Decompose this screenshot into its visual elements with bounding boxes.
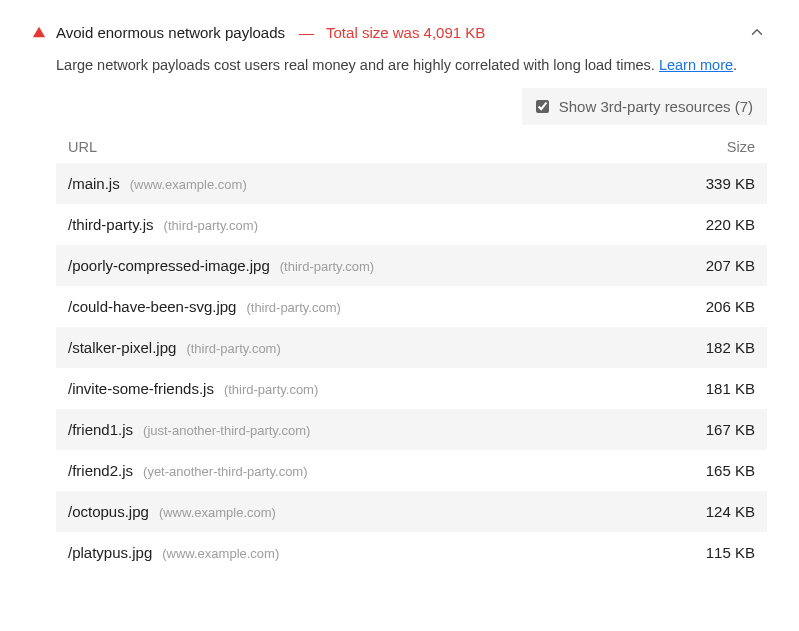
table-row: /platypus.jpg(www.example.com)115 KB	[56, 532, 767, 573]
row-url-cell: /platypus.jpg(www.example.com)	[68, 544, 279, 561]
row-url-cell: /friend1.js(just-another-third-party.com…	[68, 421, 310, 438]
size-cell: 181 KB	[706, 380, 755, 397]
url-path: /friend2.js	[68, 462, 133, 479]
table-row: /friend2.js(yet-another-third-party.com)…	[56, 450, 767, 491]
table-row: /poorly-compressed-image.jpg(third-party…	[56, 245, 767, 286]
row-url-cell: /stalker-pixel.jpg(third-party.com)	[68, 339, 281, 356]
size-cell: 206 KB	[706, 298, 755, 315]
size-cell: 220 KB	[706, 216, 755, 233]
url-host: (third-party.com)	[186, 341, 280, 356]
url-host: (third-party.com)	[224, 382, 318, 397]
row-url-cell: /octopus.jpg(www.example.com)	[68, 503, 276, 520]
row-url-cell: /could-have-been-svg.jpg(third-party.com…	[68, 298, 341, 315]
url-path: /stalker-pixel.jpg	[68, 339, 176, 356]
chevron-up-icon[interactable]	[747, 22, 767, 42]
resources-table: URL Size /main.js(www.example.com)339 KB…	[56, 131, 767, 573]
url-path: /octopus.jpg	[68, 503, 149, 520]
row-url-cell: /friend2.js(yet-another-third-party.com)	[68, 462, 308, 479]
url-path: /poorly-compressed-image.jpg	[68, 257, 270, 274]
audit-title: Avoid enormous network payloads	[56, 24, 285, 41]
size-cell: 182 KB	[706, 339, 755, 356]
url-host: (third-party.com)	[246, 300, 340, 315]
size-cell: 124 KB	[706, 503, 755, 520]
audit-header[interactable]: Avoid enormous network payloads — Total …	[32, 22, 767, 42]
row-url-cell: /poorly-compressed-image.jpg(third-party…	[68, 257, 374, 274]
table-body: /main.js(www.example.com)339 KB/third-pa…	[56, 163, 767, 573]
url-path: /invite-some-friends.js	[68, 380, 214, 397]
table-header: URL Size	[56, 131, 767, 163]
url-path: /main.js	[68, 175, 120, 192]
row-url-cell: /invite-some-friends.js(third-party.com)	[68, 380, 318, 397]
table-row: /stalker-pixel.jpg(third-party.com)182 K…	[56, 327, 767, 368]
audit-container: Avoid enormous network payloads — Total …	[0, 0, 799, 573]
third-party-label: Show 3rd-party resources (7)	[559, 98, 753, 115]
size-cell: 207 KB	[706, 257, 755, 274]
svg-marker-0	[33, 27, 45, 38]
desc-pre: Large network payloads cost users real m…	[56, 57, 659, 73]
table-row: /third-party.js(third-party.com)220 KB	[56, 204, 767, 245]
size-cell: 167 KB	[706, 421, 755, 438]
warning-triangle-icon	[32, 25, 46, 39]
url-host: (yet-another-third-party.com)	[143, 464, 307, 479]
url-host: (third-party.com)	[280, 259, 374, 274]
third-party-toggle-row: Show 3rd-party resources (7)	[56, 88, 767, 125]
row-url-cell: /third-party.js(third-party.com)	[68, 216, 258, 233]
third-party-toggle[interactable]: Show 3rd-party resources (7)	[522, 88, 767, 125]
third-party-checkbox[interactable]	[536, 100, 549, 113]
url-host: (www.example.com)	[162, 546, 279, 561]
col-size: Size	[727, 139, 755, 155]
table-row: /octopus.jpg(www.example.com)124 KB	[56, 491, 767, 532]
audit-summary: Total size was 4,091 KB	[326, 24, 485, 41]
size-cell: 339 KB	[706, 175, 755, 192]
desc-post: .	[733, 57, 737, 73]
table-row: /could-have-been-svg.jpg(third-party.com…	[56, 286, 767, 327]
url-path: /third-party.js	[68, 216, 154, 233]
row-url-cell: /main.js(www.example.com)	[68, 175, 247, 192]
size-cell: 115 KB	[706, 544, 755, 561]
table-row: /invite-some-friends.js(third-party.com)…	[56, 368, 767, 409]
url-path: /could-have-been-svg.jpg	[68, 298, 236, 315]
audit-title-dash: —	[299, 24, 314, 41]
audit-description: Large network payloads cost users real m…	[56, 54, 767, 76]
table-row: /main.js(www.example.com)339 KB	[56, 163, 767, 204]
url-host: (www.example.com)	[159, 505, 276, 520]
table-row: /friend1.js(just-another-third-party.com…	[56, 409, 767, 450]
col-url: URL	[68, 139, 97, 155]
learn-more-link[interactable]: Learn more	[659, 57, 733, 73]
size-cell: 165 KB	[706, 462, 755, 479]
url-host: (third-party.com)	[164, 218, 258, 233]
url-host: (www.example.com)	[130, 177, 247, 192]
url-path: /platypus.jpg	[68, 544, 152, 561]
url-host: (just-another-third-party.com)	[143, 423, 310, 438]
url-path: /friend1.js	[68, 421, 133, 438]
